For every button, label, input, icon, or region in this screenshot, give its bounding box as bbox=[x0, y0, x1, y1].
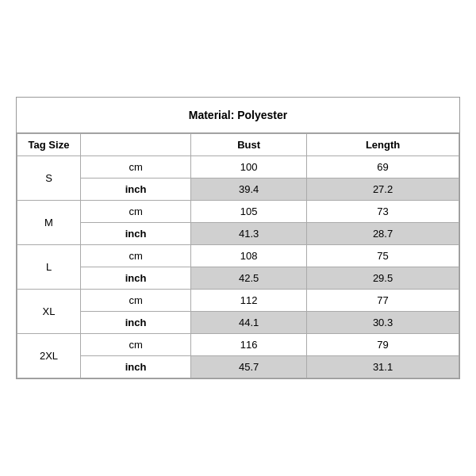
table-row: inch41.328.7 bbox=[17, 223, 459, 245]
inch-unit-label: inch bbox=[81, 356, 191, 378]
size-label: L bbox=[17, 245, 81, 290]
tag-size-header: Tag Size bbox=[17, 134, 81, 156]
table-row: inch44.130.3 bbox=[17, 312, 459, 334]
table-row: inch45.731.1 bbox=[17, 356, 459, 378]
size-label: XL bbox=[17, 290, 81, 334]
cm-unit-label: cm bbox=[81, 156, 191, 178]
table-body: Scm10069inch39.427.2Mcm10573inch41.328.7… bbox=[17, 156, 459, 378]
cm-unit-label: cm bbox=[81, 334, 191, 356]
inch-length-value: 28.7 bbox=[307, 223, 459, 245]
cm-bust-value: 105 bbox=[191, 201, 307, 223]
cm-length-value: 73 bbox=[307, 201, 459, 223]
size-label: S bbox=[17, 156, 81, 201]
chart-title: Material: Polyester bbox=[17, 98, 459, 133]
inch-bust-value: 45.7 bbox=[191, 356, 307, 378]
inch-unit-label: inch bbox=[81, 223, 191, 245]
table-row: XLcm11277 bbox=[17, 290, 459, 312]
table-row: Mcm10573 bbox=[17, 201, 459, 223]
length-header: Length bbox=[307, 134, 459, 156]
table-row: Scm10069 bbox=[17, 156, 459, 178]
inch-unit-label: inch bbox=[81, 267, 191, 290]
size-table: Tag Size Bust Length Scm10069inch39.427.… bbox=[17, 133, 459, 378]
inch-length-value: 30.3 bbox=[307, 312, 459, 334]
inch-length-value: 29.5 bbox=[307, 267, 459, 290]
cm-length-value: 75 bbox=[307, 245, 459, 267]
inch-unit-label: inch bbox=[81, 312, 191, 334]
inch-unit-label: inch bbox=[81, 178, 191, 201]
unit-column-header bbox=[81, 134, 191, 156]
inch-bust-value: 44.1 bbox=[191, 312, 307, 334]
table-header: Tag Size Bust Length bbox=[17, 134, 459, 156]
inch-bust-value: 41.3 bbox=[191, 223, 307, 245]
table-row: inch39.427.2 bbox=[17, 178, 459, 201]
bust-header: Bust bbox=[191, 134, 307, 156]
cm-bust-value: 108 bbox=[191, 245, 307, 267]
inch-length-value: 31.1 bbox=[307, 356, 459, 378]
inch-length-value: 27.2 bbox=[307, 178, 459, 201]
cm-bust-value: 112 bbox=[191, 290, 307, 312]
cm-bust-value: 116 bbox=[191, 334, 307, 356]
table-row: Lcm10875 bbox=[17, 245, 459, 267]
inch-bust-value: 42.5 bbox=[191, 267, 307, 290]
cm-unit-label: cm bbox=[81, 245, 191, 267]
cm-length-value: 77 bbox=[307, 290, 459, 312]
cm-bust-value: 100 bbox=[191, 156, 307, 178]
size-label: M bbox=[17, 201, 81, 245]
size-chart: Material: Polyester Tag Size Bust Length… bbox=[16, 97, 460, 379]
table-row: 2XLcm11679 bbox=[17, 334, 459, 356]
inch-bust-value: 39.4 bbox=[191, 178, 307, 201]
table-row: inch42.529.5 bbox=[17, 267, 459, 290]
cm-unit-label: cm bbox=[81, 290, 191, 312]
cm-length-value: 69 bbox=[307, 156, 459, 178]
cm-unit-label: cm bbox=[81, 201, 191, 223]
size-label: 2XL bbox=[17, 334, 81, 378]
cm-length-value: 79 bbox=[307, 334, 459, 356]
